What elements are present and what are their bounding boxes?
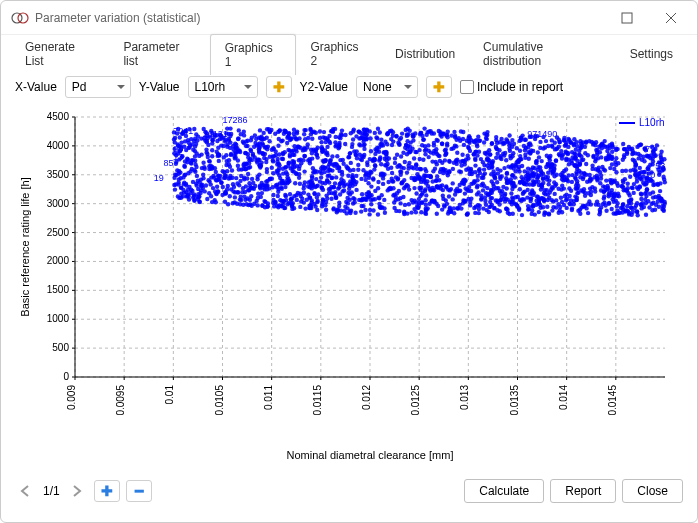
svg-point-1111 (625, 204, 629, 208)
svg-point-2321 (529, 148, 533, 152)
svg-point-843 (458, 139, 462, 143)
svg-point-2422 (487, 192, 491, 196)
svg-point-2385 (626, 191, 630, 195)
tab-bar: Generate List Parameter list Graphics 1 … (1, 35, 697, 67)
add-page-button[interactable]: ✚ (94, 480, 120, 502)
add-y2-series-button[interactable]: ✚ (426, 76, 452, 98)
y2-value-select[interactable]: None (356, 76, 418, 98)
svg-point-1375 (451, 181, 455, 185)
svg-point-1101 (362, 147, 366, 151)
svg-point-1803 (285, 181, 289, 185)
svg-point-2338 (621, 158, 625, 162)
svg-point-1533 (627, 199, 631, 203)
svg-point-201 (246, 172, 250, 176)
svg-point-2217 (209, 194, 213, 198)
svg-point-2348 (348, 209, 352, 213)
svg-point-2056 (415, 172, 419, 176)
svg-point-2360 (443, 158, 447, 162)
svg-text:500: 500 (52, 342, 69, 353)
x-value-select[interactable]: Pd (65, 76, 131, 98)
svg-point-2445 (564, 167, 568, 171)
close-footer-button[interactable]: Close (622, 479, 683, 503)
svg-point-2099 (598, 208, 602, 212)
svg-point-1990 (530, 171, 534, 175)
svg-point-2292 (347, 155, 351, 159)
svg-point-1937 (276, 144, 280, 148)
svg-point-2343 (565, 197, 569, 201)
svg-point-2417 (185, 194, 189, 198)
svg-point-797 (329, 197, 333, 201)
tab-graphics-1[interactable]: Graphics 1 (210, 34, 297, 75)
calculate-button[interactable]: Calculate (464, 479, 544, 503)
svg-point-1898 (406, 164, 410, 168)
svg-point-1808 (633, 164, 637, 168)
svg-point-2373 (501, 142, 505, 146)
svg-point-2426 (350, 173, 354, 177)
svg-point-1623 (409, 140, 413, 144)
svg-point-94 (205, 197, 209, 201)
next-page-button[interactable] (66, 480, 88, 502)
svg-point-1017 (373, 131, 377, 135)
svg-point-2344 (438, 184, 442, 188)
svg-point-2436 (540, 159, 544, 163)
svg-point-2143 (414, 210, 418, 214)
maximize-button[interactable] (605, 4, 649, 32)
svg-point-814 (584, 162, 588, 166)
svg-point-2453 (545, 154, 549, 158)
svg-point-1553 (386, 188, 390, 192)
svg-point-2013 (259, 195, 263, 199)
y-value-select[interactable]: L10rh (188, 76, 258, 98)
svg-point-2260 (372, 156, 376, 160)
report-button[interactable]: Report (550, 479, 616, 503)
prev-page-button[interactable] (15, 480, 37, 502)
add-y-series-button[interactable]: ✚ (266, 76, 292, 98)
svg-point-1192 (379, 138, 383, 142)
svg-point-2293 (503, 192, 507, 196)
svg-point-2171 (217, 159, 221, 163)
svg-point-197 (452, 130, 456, 134)
svg-point-1530 (298, 182, 302, 186)
svg-point-1489 (569, 189, 573, 193)
svg-point-1856 (368, 208, 372, 212)
svg-point-2310 (308, 161, 312, 165)
svg-point-1879 (260, 151, 264, 155)
close-button[interactable] (649, 4, 693, 32)
svg-point-2278 (637, 143, 641, 147)
svg-point-1086 (461, 130, 465, 134)
plus-icon: ✚ (433, 79, 445, 95)
svg-point-2442 (288, 192, 292, 196)
svg-point-1523 (262, 131, 266, 135)
svg-point-2025 (216, 146, 220, 150)
svg-point-2067 (536, 150, 540, 154)
tab-distribution[interactable]: Distribution (381, 41, 469, 67)
tab-settings[interactable]: Settings (616, 41, 687, 67)
svg-point-1630 (283, 193, 287, 197)
svg-point-2500 (323, 203, 327, 207)
svg-point-2495 (210, 166, 214, 170)
svg-point-2329 (210, 200, 214, 204)
svg-point-2270 (542, 198, 546, 202)
svg-point-2218 (404, 143, 408, 147)
svg-point-2144 (557, 152, 561, 156)
svg-point-1106 (423, 167, 427, 171)
svg-point-1241 (369, 202, 373, 206)
svg-point-2424 (325, 137, 329, 141)
svg-point-2029 (638, 176, 642, 180)
svg-point-2227 (189, 161, 193, 165)
svg-point-1873 (465, 139, 469, 143)
svg-point-1989 (186, 188, 190, 192)
chart[interactable]: 0500100015002000250030003500400045000.00… (15, 107, 683, 467)
svg-point-1548 (252, 145, 256, 149)
svg-point-2328 (205, 139, 209, 143)
include-in-report-checkbox[interactable]: Include in report (460, 80, 563, 94)
tab-generate-list[interactable]: Generate List (11, 34, 109, 74)
tab-graphics-2[interactable]: Graphics 2 (296, 34, 381, 74)
svg-point-2237 (299, 199, 303, 203)
svg-text:0.0135: 0.0135 (509, 385, 520, 416)
tab-cumulative-distribution[interactable]: Cumulative distribution (469, 34, 616, 74)
tab-parameter-list[interactable]: Parameter list (109, 34, 209, 74)
svg-point-1325 (632, 182, 636, 186)
svg-point-2193 (488, 200, 492, 204)
remove-page-button[interactable]: ━ (126, 480, 152, 502)
svg-point-1586 (496, 186, 500, 190)
